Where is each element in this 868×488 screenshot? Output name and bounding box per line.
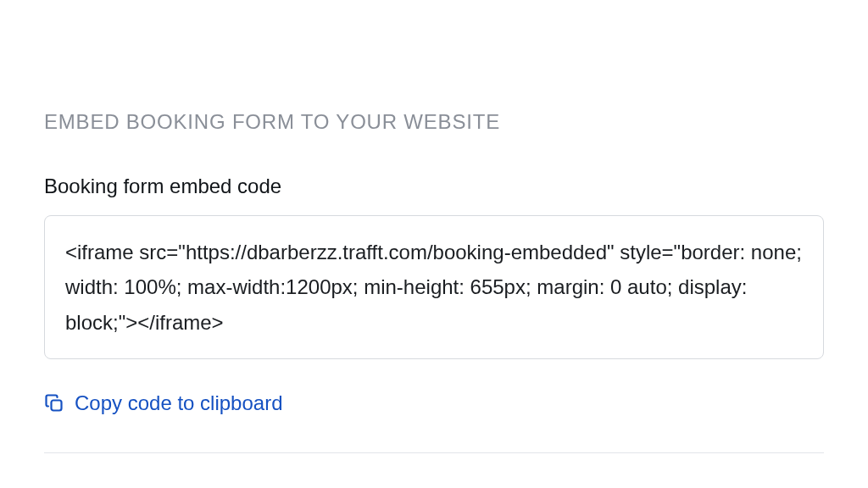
svg-rect-0 bbox=[52, 400, 62, 410]
embed-code-label: Booking form embed code bbox=[44, 175, 824, 198]
section-heading: EMBED BOOKING FORM TO YOUR WEBSITE bbox=[44, 110, 824, 134]
copy-code-label: Copy code to clipboard bbox=[75, 391, 282, 415]
embed-section: EMBED BOOKING FORM TO YOUR WEBSITE Booki… bbox=[0, 0, 868, 453]
copy-code-button[interactable]: Copy code to clipboard bbox=[44, 391, 282, 415]
copy-icon bbox=[44, 393, 64, 413]
section-divider bbox=[44, 452, 824, 453]
embed-code-box[interactable]: <iframe src="https://dbarberzz.trafft.co… bbox=[44, 215, 824, 359]
